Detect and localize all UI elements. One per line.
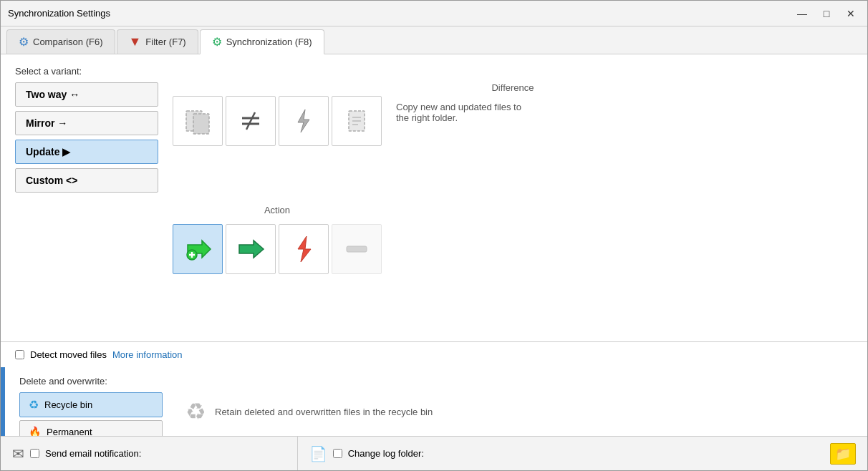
- title-bar: Synchronization Settings — □ ✕: [1, 1, 867, 26]
- folder-icon: 📁: [835, 446, 851, 462]
- tab-filter[interactable]: ▼ Filter (F7): [117, 29, 198, 54]
- detect-moved-files-checkbox[interactable]: [15, 350, 24, 359]
- filter-icon: ▼: [129, 34, 142, 49]
- email-icon: ✉: [12, 445, 24, 462]
- variant-two-way-button[interactable]: Two way ↔: [15, 82, 158, 107]
- action-icon-grid: [173, 224, 382, 327]
- variant-mirror-button[interactable]: Mirror →: [15, 111, 158, 135]
- variant-panel: Select a variant: Two way ↔ Mirror → Upd…: [1, 54, 867, 341]
- icon-cell-action2[interactable]: [226, 224, 276, 274]
- minimize-button[interactable]: —: [793, 6, 811, 21]
- icon-cell-diff1[interactable]: [173, 96, 223, 146]
- variant-update-button[interactable]: Update ▶: [15, 140, 158, 164]
- two-way-label: Two way ↔: [26, 89, 79, 100]
- window-controls: — □ ✕: [793, 6, 860, 21]
- email-notification-label: Send email notification:: [45, 448, 141, 459]
- changelog-label: Change log folder:: [348, 448, 424, 459]
- recycle-bin-label: Recycle bin: [44, 399, 92, 410]
- detect-moved-files-label: Detect moved files: [30, 349, 107, 360]
- delete-desc-text: Retain deleted and overwritten files in …: [215, 407, 433, 417]
- tab-synchronization-label: Synchronization (F8): [226, 37, 312, 47]
- icon-cell-action4: [332, 224, 382, 274]
- icon-cell-diff3[interactable]: [279, 96, 329, 146]
- bottom-bar: ✉ Send email notification: 📄 Change log …: [1, 436, 867, 470]
- detect-moved-files-row: Detect moved files More information: [1, 341, 867, 367]
- grid-and-desc: Action: [173, 96, 853, 330]
- close-button[interactable]: ✕: [842, 6, 860, 21]
- delete-description: ♻ Retain deleted and overwritten files i…: [177, 392, 441, 431]
- recycle-bin-button[interactable]: ♻ Recycle bin: [19, 392, 163, 417]
- svg-line-4: [246, 112, 255, 130]
- action-label: Action: [173, 205, 382, 215]
- svg-rect-16: [347, 246, 367, 252]
- icon-cell-diff4[interactable]: [332, 96, 382, 146]
- svg-marker-15: [298, 236, 311, 262]
- tab-comparison-label: Comparison (F6): [33, 37, 103, 47]
- svg-marker-5: [298, 110, 309, 132]
- difference-icon-grid: [173, 96, 382, 199]
- main-window: Synchronization Settings — □ ✕ ⚙ Compari…: [0, 0, 868, 471]
- svg-marker-14: [239, 241, 264, 258]
- recycle-large-icon: ♻: [185, 398, 206, 425]
- mirror-label: Mirror →: [26, 117, 67, 129]
- recycle-bin-icon: ♻: [29, 398, 39, 412]
- window-title: Synchronization Settings: [8, 8, 110, 19]
- bottom-left: ✉ Send email notification:: [1, 437, 298, 470]
- changelog-checkbox[interactable]: [333, 449, 342, 458]
- delete-overwrite-label: Delete and overwrite:: [19, 376, 853, 387]
- variant-custom-button[interactable]: Custom <>: [15, 168, 158, 193]
- update-label: Update ▶: [26, 146, 70, 157]
- comparison-icon: ⚙: [19, 35, 29, 49]
- bottom-right: 📄 Change log folder: 📁: [298, 437, 867, 470]
- sync-grid-section: Difference: [173, 82, 853, 330]
- tab-filter-label: Filter (F7): [145, 37, 185, 47]
- variant-buttons-group: Two way ↔ Mirror → Update ▶ Custom <>: [15, 82, 158, 193]
- icon-cell-diff2[interactable]: [226, 96, 276, 146]
- icon-cell-action3[interactable]: [279, 224, 329, 274]
- select-variant-label: Select a variant:: [15, 66, 853, 77]
- tab-comparison[interactable]: ⚙ Comparison (F6): [6, 29, 115, 54]
- svg-rect-1: [193, 114, 209, 134]
- more-information-link[interactable]: More information: [112, 349, 183, 360]
- main-content: Select a variant: Two way ↔ Mirror → Upd…: [1, 54, 867, 470]
- tabs-bar: ⚙ Comparison (F6) ▼ Filter (F7) ⚙ Synchr…: [1, 26, 867, 54]
- sync-description: Copy new and updated files to the right …: [387, 96, 545, 129]
- email-notification-checkbox[interactable]: [30, 449, 39, 458]
- changelog-icon: 📄: [309, 445, 327, 462]
- icon-cell-action1[interactable]: [173, 224, 223, 274]
- maximize-button[interactable]: □: [817, 6, 836, 21]
- sync-icon: ⚙: [212, 35, 222, 49]
- folder-browse-button[interactable]: 📁: [830, 443, 856, 465]
- tab-synchronization[interactable]: ⚙ Synchronization (F8): [200, 29, 324, 54]
- difference-label: Difference: [173, 82, 853, 93]
- custom-label: Custom <>: [26, 175, 77, 186]
- variant-section: Two way ↔ Mirror → Update ▶ Custom <> Di…: [15, 82, 853, 330]
